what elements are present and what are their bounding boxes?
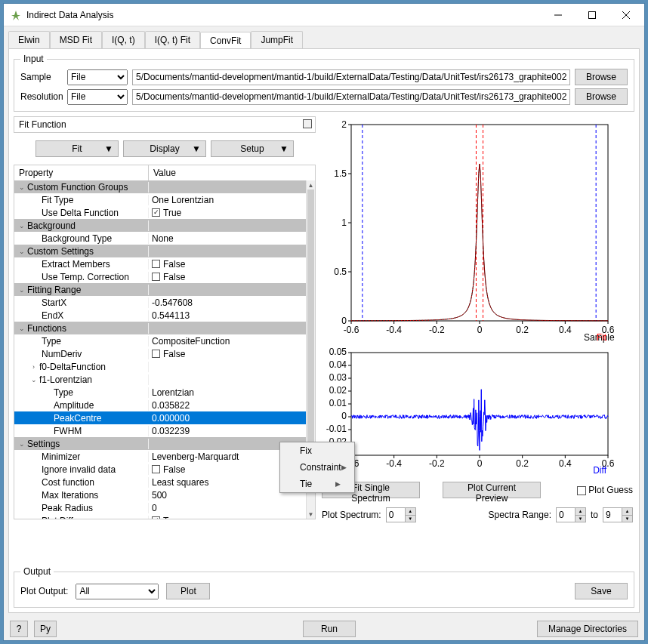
spectra-range-from-spinner[interactable]: ▲▼	[556, 507, 586, 522]
collapse-icon[interactable]: ⌄	[17, 183, 26, 191]
svg-text:-0.4: -0.4	[386, 325, 402, 335]
property-row[interactable]: PeakCentre0.000000	[14, 411, 306, 424]
value-header: Value	[149, 165, 315, 180]
sample-path-input[interactable]	[132, 69, 570, 85]
menu-item-constraint[interactable]: Constraint▶	[280, 459, 354, 476]
resolution-browse-button[interactable]: Browse	[575, 88, 628, 105]
svg-text:-0.2: -0.2	[429, 458, 445, 469]
plot-output-label: Plot Output:	[20, 586, 68, 596]
svg-text:-0.2: -0.2	[429, 325, 445, 335]
property-row[interactable]: ⌄Custom Settings	[14, 245, 306, 257]
property-row[interactable]: Peak Radius0	[14, 501, 306, 514]
property-row[interactable]: ⌄Custom Function Groups	[14, 180, 306, 193]
chevron-down-icon: ▼	[279, 143, 289, 154]
svg-text:0.2: 0.2	[516, 458, 529, 469]
property-row[interactable]: TypeLorentzian	[14, 386, 306, 399]
property-row[interactable]: ›f0-DeltaFunction	[14, 360, 306, 373]
svg-text:1: 1	[341, 217, 347, 228]
display-dropdown-button[interactable]: Display▼	[123, 140, 206, 157]
plot-guess-checkbox[interactable]: Plot Guess	[577, 485, 633, 495]
resolution-source-select[interactable]: File	[67, 89, 128, 105]
checkbox-icon[interactable]: ✓	[152, 516, 160, 519]
tab-i-q-t-[interactable]: I(Q, t)	[102, 31, 145, 48]
resolution-path-input[interactable]	[132, 89, 570, 105]
property-row[interactable]: EndX0.544113	[14, 309, 306, 322]
property-row[interactable]: Plot Difference✓ True	[14, 514, 306, 519]
checkbox-icon[interactable]	[152, 465, 160, 473]
plot-spectrum-spinner[interactable]: ▲▼	[386, 507, 416, 522]
property-row[interactable]: Use Temp. Correction False	[14, 270, 306, 283]
resolution-label: Resolution	[20, 91, 63, 102]
save-button[interactable]: Save	[575, 583, 628, 599]
expand-icon[interactable]: ›	[29, 362, 38, 371]
close-button[interactable]	[609, 4, 643, 26]
property-row[interactable]: Max Iterations500	[14, 488, 306, 501]
checkbox-icon[interactable]	[152, 350, 160, 358]
menu-item-tie[interactable]: Tie▶	[280, 476, 354, 492]
plot-output-select[interactable]: All	[76, 584, 159, 599]
property-row[interactable]: ⌄f1-Lorentzian	[14, 373, 306, 386]
sample-label: Sample	[20, 72, 63, 82]
property-row[interactable]: Extract Members False	[14, 257, 306, 270]
undock-icon[interactable]	[303, 121, 310, 128]
tab-i-q-t-fit[interactable]: I(Q, t) Fit	[145, 31, 200, 48]
input-group: Input Sample File Browse Resolution File…	[14, 54, 634, 112]
property-row[interactable]: Cost functionLeast squares	[14, 476, 306, 488]
property-row[interactable]: Fit TypeOne Lorentzian	[14, 193, 306, 206]
property-row[interactable]: ⌄Functions	[14, 322, 306, 334]
property-row[interactable]: Amplitude0.035822	[14, 399, 306, 411]
tab-elwin[interactable]: Elwin	[8, 31, 50, 48]
run-button[interactable]: Run	[303, 621, 356, 637]
checkbox-icon[interactable]: ✓	[152, 208, 160, 217]
menu-item-fix[interactable]: Fix	[280, 442, 354, 459]
collapse-icon[interactable]: ⌄	[17, 285, 26, 294]
property-row[interactable]: FWHM0.032239	[14, 424, 306, 437]
scroll-thumb[interactable]	[307, 190, 314, 476]
property-row[interactable]: Ignore invalid data False	[14, 463, 306, 476]
minimize-button[interactable]	[541, 4, 575, 26]
sample-browse-button[interactable]: Browse	[575, 69, 628, 85]
scroll-up-icon[interactable]: ▲	[307, 180, 315, 190]
fit-chart: 00.511.52-0.6-0.4-0.200.20.40.6SampleFit	[320, 116, 634, 344]
collapse-icon[interactable]: ⌄	[29, 375, 38, 384]
help-button[interactable]: ?	[10, 621, 28, 637]
svg-text:0.05: 0.05	[329, 348, 347, 357]
maximize-button[interactable]	[575, 4, 609, 26]
property-row[interactable]: ⌄Settings	[14, 437, 306, 450]
sample-source-select[interactable]: File	[67, 69, 128, 85]
fit-dropdown-button[interactable]: Fit▼	[35, 140, 119, 157]
property-row[interactable]: ⌄Background	[14, 219, 306, 232]
diff-chart: -0.03-0.02-0.0100.010.020.030.040.05-0.6…	[320, 347, 634, 477]
property-row[interactable]: MinimizerLevenberg-Marquardt	[14, 450, 306, 463]
spectra-range-label: Spectra Range:	[489, 510, 551, 520]
collapse-icon[interactable]: ⌄	[17, 439, 26, 448]
svg-text:0.04: 0.04	[329, 359, 347, 370]
tab-convfit[interactable]: ConvFit	[200, 32, 251, 49]
property-row[interactable]: StartX-0.547608	[14, 296, 306, 309]
property-row[interactable]: NumDeriv False	[14, 347, 306, 360]
property-row[interactable]: Use Delta Function✓ True	[14, 206, 306, 219]
property-tree[interactable]: Property Value ⌄Custom Function GroupsFi…	[14, 165, 316, 519]
tab-msd-fit[interactable]: MSD Fit	[50, 31, 102, 48]
property-row[interactable]: Background TypeNone	[14, 232, 306, 245]
python-button[interactable]: Py	[34, 621, 57, 637]
manage-directories-button[interactable]: Manage Directories	[537, 621, 638, 637]
checkbox-icon[interactable]	[152, 260, 160, 268]
property-row[interactable]: TypeCompositeFunction	[14, 334, 306, 347]
setup-dropdown-button[interactable]: Setup▼	[211, 140, 294, 157]
property-row[interactable]: ⌄Fitting Range	[14, 283, 306, 296]
svg-text:Fit: Fit	[597, 332, 607, 343]
svg-text:2: 2	[341, 119, 347, 130]
collapse-icon[interactable]: ⌄	[17, 247, 26, 255]
svg-text:0.2: 0.2	[516, 325, 529, 335]
titlebar: Indirect Data Analysis	[4, 4, 644, 26]
spectra-range-to-spinner[interactable]: ▲▼	[603, 507, 633, 522]
collapse-icon[interactable]: ⌄	[17, 221, 26, 230]
scroll-down-icon[interactable]: ▼	[307, 510, 315, 519]
plot-current-preview-button[interactable]: Plot Current Preview	[443, 482, 541, 498]
plot-button[interactable]: Plot	[166, 583, 210, 599]
tab-jumpfit[interactable]: JumpFit	[251, 31, 303, 48]
svg-text:1.5: 1.5	[334, 168, 347, 179]
checkbox-icon[interactable]	[152, 273, 160, 281]
collapse-icon[interactable]: ⌄	[17, 324, 26, 332]
